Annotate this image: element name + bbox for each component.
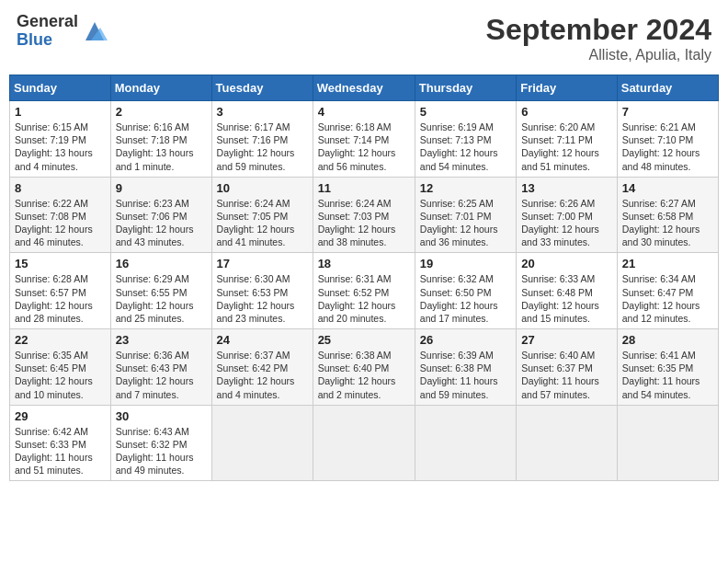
day-number: 17 (217, 257, 308, 270)
day-info: Sunrise: 6:37 AM Sunset: 6:42 PM Dayligh… (217, 349, 308, 401)
day-number: 15 (15, 257, 106, 270)
calendar-day-cell (313, 405, 415, 481)
calendar-header-row: SundayMondayTuesdayWednesdayThursdayFrid… (10, 75, 719, 101)
day-info: Sunrise: 6:31 AM Sunset: 6:52 PM Dayligh… (318, 272, 410, 325)
calendar-day-cell: 16Sunrise: 6:29 AM Sunset: 6:55 PM Dayli… (110, 253, 211, 329)
column-header-thursday: Thursday (415, 75, 516, 101)
calendar-day-cell: 3Sunrise: 6:17 AM Sunset: 7:16 PM Daylig… (211, 101, 313, 178)
calendar-day-cell: 8Sunrise: 6:22 AM Sunset: 7:08 PM Daylig… (10, 177, 111, 253)
day-number: 6 (521, 105, 612, 119)
day-info: Sunrise: 6:15 AM Sunset: 7:19 PM Dayligh… (15, 121, 106, 173)
title-block: September 2024 Alliste, Apulia, Italy (486, 13, 711, 63)
day-number: 2 (116, 105, 207, 119)
day-info: Sunrise: 6:29 AM Sunset: 6:55 PM Dayligh… (116, 272, 207, 325)
calendar-day-cell: 12Sunrise: 6:25 AM Sunset: 7:01 PM Dayli… (415, 177, 516, 253)
day-info: Sunrise: 6:30 AM Sunset: 6:53 PM Dayligh… (217, 272, 308, 325)
day-number: 22 (15, 333, 106, 347)
calendar-day-cell: 1Sunrise: 6:15 AM Sunset: 7:19 PM Daylig… (10, 101, 111, 178)
logo-icon (82, 18, 108, 44)
day-number: 9 (116, 181, 207, 195)
day-number: 16 (116, 257, 207, 270)
calendar-day-cell (415, 405, 516, 481)
day-number: 29 (15, 409, 106, 423)
day-info: Sunrise: 6:24 AM Sunset: 7:05 PM Dayligh… (217, 197, 308, 249)
logo: General Blue (17, 13, 108, 50)
calendar-day-cell: 23Sunrise: 6:36 AM Sunset: 6:43 PM Dayli… (110, 329, 211, 406)
column-header-wednesday: Wednesday (313, 75, 415, 101)
logo-blue-text: Blue (17, 31, 78, 50)
day-number: 27 (521, 333, 612, 347)
day-number: 30 (116, 409, 207, 423)
day-number: 21 (622, 257, 713, 270)
day-number: 23 (116, 333, 207, 347)
calendar-day-cell (211, 405, 313, 481)
calendar-day-cell: 28Sunrise: 6:41 AM Sunset: 6:35 PM Dayli… (617, 329, 718, 406)
day-number: 10 (217, 181, 308, 195)
day-number: 20 (521, 257, 612, 270)
column-header-saturday: Saturday (617, 75, 718, 101)
day-info: Sunrise: 6:40 AM Sunset: 6:37 PM Dayligh… (521, 349, 612, 401)
day-number: 3 (217, 105, 308, 119)
column-header-monday: Monday (110, 75, 211, 101)
day-info: Sunrise: 6:25 AM Sunset: 7:01 PM Dayligh… (420, 197, 511, 249)
calendar-day-cell: 15Sunrise: 6:28 AM Sunset: 6:57 PM Dayli… (10, 253, 111, 329)
day-info: Sunrise: 6:41 AM Sunset: 6:35 PM Dayligh… (622, 349, 713, 401)
day-info: Sunrise: 6:28 AM Sunset: 6:57 PM Dayligh… (15, 272, 106, 325)
day-number: 13 (521, 181, 612, 195)
calendar-day-cell: 22Sunrise: 6:35 AM Sunset: 6:45 PM Dayli… (10, 329, 111, 406)
calendar-day-cell: 20Sunrise: 6:33 AM Sunset: 6:48 PM Dayli… (517, 253, 618, 329)
calendar-table: SundayMondayTuesdayWednesdayThursdayFrid… (9, 75, 719, 481)
day-info: Sunrise: 6:39 AM Sunset: 6:38 PM Dayligh… (420, 349, 511, 401)
day-info: Sunrise: 6:21 AM Sunset: 7:10 PM Dayligh… (622, 121, 713, 173)
calendar-week-row: 1Sunrise: 6:15 AM Sunset: 7:19 PM Daylig… (10, 101, 719, 178)
calendar-day-cell: 21Sunrise: 6:34 AM Sunset: 6:47 PM Dayli… (617, 253, 718, 329)
day-number: 8 (15, 181, 106, 195)
day-info: Sunrise: 6:38 AM Sunset: 6:40 PM Dayligh… (318, 349, 410, 401)
day-number: 5 (420, 105, 511, 119)
calendar-location: Alliste, Apulia, Italy (486, 47, 711, 63)
day-info: Sunrise: 6:42 AM Sunset: 6:33 PM Dayligh… (15, 425, 106, 477)
day-info: Sunrise: 6:16 AM Sunset: 7:18 PM Dayligh… (116, 121, 207, 173)
calendar-day-cell: 13Sunrise: 6:26 AM Sunset: 7:00 PM Dayli… (517, 177, 618, 253)
day-number: 26 (420, 333, 511, 347)
calendar-day-cell: 7Sunrise: 6:21 AM Sunset: 7:10 PM Daylig… (617, 101, 718, 178)
day-number: 18 (318, 257, 410, 270)
calendar-day-cell: 6Sunrise: 6:20 AM Sunset: 7:11 PM Daylig… (517, 101, 618, 178)
day-info: Sunrise: 6:33 AM Sunset: 6:48 PM Dayligh… (521, 272, 612, 325)
day-info: Sunrise: 6:18 AM Sunset: 7:14 PM Dayligh… (318, 121, 410, 173)
calendar-week-row: 29Sunrise: 6:42 AM Sunset: 6:33 PM Dayli… (10, 405, 719, 481)
day-info: Sunrise: 6:34 AM Sunset: 6:47 PM Dayligh… (622, 272, 713, 325)
day-number: 14 (622, 181, 713, 195)
calendar-week-row: 15Sunrise: 6:28 AM Sunset: 6:57 PM Dayli… (10, 253, 719, 329)
day-info: Sunrise: 6:35 AM Sunset: 6:45 PM Dayligh… (15, 349, 106, 401)
day-info: Sunrise: 6:22 AM Sunset: 7:08 PM Dayligh… (15, 197, 106, 249)
day-info: Sunrise: 6:26 AM Sunset: 7:00 PM Dayligh… (521, 197, 612, 249)
calendar-day-cell: 25Sunrise: 6:38 AM Sunset: 6:40 PM Dayli… (313, 329, 415, 406)
day-info: Sunrise: 6:32 AM Sunset: 6:50 PM Dayligh… (420, 272, 511, 325)
calendar-day-cell: 19Sunrise: 6:32 AM Sunset: 6:50 PM Dayli… (415, 253, 516, 329)
day-number: 1 (15, 105, 106, 119)
day-info: Sunrise: 6:36 AM Sunset: 6:43 PM Dayligh… (116, 349, 207, 401)
column-header-sunday: Sunday (10, 75, 111, 101)
day-info: Sunrise: 6:24 AM Sunset: 7:03 PM Dayligh… (318, 197, 410, 249)
calendar-day-cell: 9Sunrise: 6:23 AM Sunset: 7:06 PM Daylig… (110, 177, 211, 253)
calendar-day-cell: 27Sunrise: 6:40 AM Sunset: 6:37 PM Dayli… (517, 329, 618, 406)
calendar-day-cell (517, 405, 618, 481)
calendar-day-cell: 24Sunrise: 6:37 AM Sunset: 6:42 PM Dayli… (211, 329, 313, 406)
day-number: 7 (622, 105, 713, 119)
calendar-day-cell: 29Sunrise: 6:42 AM Sunset: 6:33 PM Dayli… (10, 405, 111, 481)
calendar-week-row: 22Sunrise: 6:35 AM Sunset: 6:45 PM Dayli… (10, 329, 719, 406)
column-header-tuesday: Tuesday (211, 75, 313, 101)
day-number: 25 (318, 333, 410, 347)
calendar-day-cell: 5Sunrise: 6:19 AM Sunset: 7:13 PM Daylig… (415, 101, 516, 178)
column-header-friday: Friday (517, 75, 618, 101)
day-number: 28 (622, 333, 713, 347)
day-number: 19 (420, 257, 511, 270)
calendar-day-cell (617, 405, 718, 481)
calendar-day-cell: 11Sunrise: 6:24 AM Sunset: 7:03 PM Dayli… (313, 177, 415, 253)
day-number: 24 (217, 333, 308, 347)
day-number: 4 (318, 105, 410, 119)
calendar-day-cell: 14Sunrise: 6:27 AM Sunset: 6:58 PM Dayli… (617, 177, 718, 253)
logo-general-text: General (17, 13, 78, 31)
day-info: Sunrise: 6:20 AM Sunset: 7:11 PM Dayligh… (521, 121, 612, 173)
